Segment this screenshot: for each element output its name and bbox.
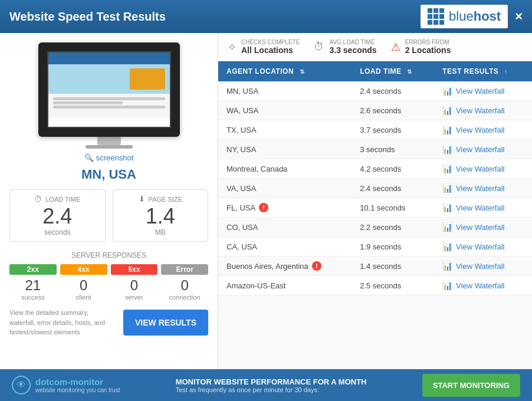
- monitor-subtitle: Test as frequently as once per minute fo…: [176, 386, 367, 393]
- table-row: FL, USA ! 10.1 seconds 📊 View Waterfall: [218, 198, 532, 218]
- location-cell: WA, USA: [218, 101, 352, 120]
- resp-sub: success: [9, 294, 57, 301]
- view-waterfall-link[interactable]: View Waterfall: [456, 87, 504, 96]
- view-waterfall-link[interactable]: View Waterfall: [456, 165, 504, 173]
- footer-brand: 👁 dotcom-monitor website monitoring you …: [12, 376, 120, 395]
- location-name: WA, USA: [226, 106, 258, 115]
- checks-label: CHECKS COMPLETE: [241, 39, 300, 45]
- resp-sub: connection: [161, 294, 208, 301]
- load-time-cell: 3.7 seconds: [352, 120, 434, 140]
- view-results-area: View the detailed summary, waterfall, er…: [9, 308, 208, 337]
- test-results-cell: 📊 View Waterfall: [434, 198, 532, 218]
- view-waterfall-link[interactable]: View Waterfall: [456, 262, 504, 271]
- load-time-value: 2.4: [17, 206, 98, 227]
- error-indicator: !: [312, 261, 321, 271]
- stats-row: ⏱ LOAD TIME 2.4 seconds ⬇ PAGE SIZE 1.4 …: [9, 189, 208, 242]
- resp-badge: 4xx: [60, 264, 107, 275]
- avg-load-icon: ⏱: [314, 41, 324, 53]
- load-time-cell: 2.4 seconds: [352, 81, 434, 101]
- monitor-base: [86, 145, 133, 149]
- errors-label: ERRORS FROM: [405, 39, 451, 45]
- location-cell: MN, USA: [218, 81, 352, 101]
- location-name: CO, USA: [226, 223, 258, 232]
- bar-chart-icon: 📊: [442, 125, 452, 134]
- checks-complete-item: ✧ CHECKS COMPLETE All Locations: [228, 39, 300, 55]
- bar-chart-icon: 📊: [442, 203, 452, 212]
- location-cell: CA, USA: [218, 237, 352, 257]
- checks-icon: ✧: [228, 41, 237, 54]
- test-results-cell: 📊 View Waterfall: [434, 81, 532, 101]
- load-sort-icon[interactable]: ⇅: [407, 68, 412, 75]
- results-table: AGENT LOCATION ⇅ LOAD TIME ⇅ TEST RESULT…: [218, 61, 532, 369]
- view-waterfall-link[interactable]: View Waterfall: [456, 281, 504, 290]
- location-sort-icon[interactable]: ⇅: [300, 68, 305, 75]
- errors-value: 2 Locations: [405, 45, 451, 55]
- table-row: Montreal, Canada 4.2 seconds 📊 View Wate…: [218, 159, 532, 179]
- view-waterfall-link[interactable]: View Waterfall: [456, 184, 504, 193]
- dotcom-icon: 👁: [12, 376, 31, 395]
- selected-location: MN, USA: [9, 167, 208, 182]
- test-results-cell: 📊 View Waterfall: [434, 257, 532, 276]
- table-row: MN, USA 2.4 seconds 📊 View Waterfall: [218, 81, 532, 101]
- results-sort-icon[interactable]: ↑: [504, 68, 508, 75]
- close-button[interactable]: ×: [515, 9, 523, 24]
- location-name: Amazon-US-East: [226, 281, 285, 290]
- footer-monitor-info: MONITOR WEBSITE PERFORMANCE FOR A MONTH …: [176, 377, 367, 393]
- table-row: WA, USA 2.6 seconds 📊 View Waterfall: [218, 101, 532, 120]
- header-right: bluehost ×: [421, 5, 523, 28]
- page-size-unit: MB: [120, 228, 201, 236]
- bluehost-logo-text: bluehost: [449, 9, 501, 24]
- test-results-cell: 📊 View Waterfall: [434, 179, 532, 198]
- view-waterfall-link[interactable]: View Waterfall: [456, 106, 504, 115]
- location-name: Buenos Aires, Argentina: [226, 262, 308, 271]
- location-name: Montreal, Canada: [226, 165, 287, 173]
- view-waterfall-link[interactable]: View Waterfall: [456, 223, 504, 232]
- resp-badge: 2xx: [9, 264, 57, 275]
- errors-text: ERRORS FROM 2 Locations: [405, 39, 451, 55]
- resp-badge: 5xx: [111, 264, 158, 275]
- resp-badge: Error: [161, 264, 208, 275]
- screenshot-link[interactable]: screenshot: [96, 153, 134, 162]
- load-time-cell: 3 seconds: [352, 140, 434, 159]
- location-name: MN, USA: [226, 87, 258, 96]
- table-row: CO, USA 2.2 seconds 📊 View Waterfall: [218, 218, 532, 237]
- bar-chart-icon: 📊: [442, 164, 452, 173]
- load-time-unit: seconds: [17, 228, 98, 236]
- location-cell: VA, USA: [218, 179, 352, 198]
- right-panel: ✧ CHECKS COMPLETE All Locations ⏱ AVG LO…: [218, 33, 532, 369]
- dotcom-brand-name: dotcom-monitor: [35, 377, 120, 387]
- table-body: MN, USA 2.4 seconds 📊 View Waterfall WA,…: [218, 81, 532, 295]
- location-cell: FL, USA !: [218, 198, 352, 218]
- col-test-results[interactable]: TEST RESULTS ↑: [434, 61, 532, 81]
- test-results-cell: 📊 View Waterfall: [434, 218, 532, 237]
- table-row: CA, USA 1.9 seconds 📊 View Waterfall: [218, 237, 532, 257]
- location-cell: Amazon-US-East: [218, 276, 352, 295]
- bar-chart-icon: 📊: [442, 144, 452, 154]
- load-time-cell: 2.6 seconds: [352, 101, 434, 120]
- bar-chart-icon: 📊: [442, 242, 452, 251]
- checks-text: CHECKS COMPLETE All Locations: [241, 39, 300, 55]
- view-waterfall-link[interactable]: View Waterfall: [456, 203, 504, 212]
- app-title: Website Speed Test Results: [9, 10, 166, 24]
- resp-sub: client: [60, 294, 107, 301]
- view-waterfall-link[interactable]: View Waterfall: [456, 126, 504, 134]
- monitor-container: [9, 42, 208, 149]
- col-location[interactable]: AGENT LOCATION ⇅: [218, 61, 352, 81]
- monitor-screen: [47, 51, 171, 128]
- page-size-label: PAGE SIZE: [149, 196, 182, 203]
- bluehost-logo: bluehost: [421, 5, 508, 28]
- resp-count: 21: [9, 277, 57, 294]
- location-cell: Montreal, Canada: [218, 159, 352, 179]
- start-monitoring-button[interactable]: START MONITORING: [422, 374, 520, 397]
- col-load-time[interactable]: LOAD TIME ⇅: [352, 61, 434, 81]
- error-indicator: !: [259, 203, 268, 212]
- response-col: Error 0 connection: [161, 264, 208, 301]
- view-waterfall-link[interactable]: View Waterfall: [456, 145, 504, 154]
- search-icon: 🔍: [84, 153, 94, 162]
- bar-chart-icon: 📊: [442, 86, 452, 96]
- view-waterfall-link[interactable]: View Waterfall: [456, 242, 504, 251]
- table-row: Amazon-US-East 2.5 seconds 📊 View Waterf…: [218, 276, 532, 295]
- view-results-button[interactable]: VIEW RESULTS: [123, 310, 208, 336]
- load-time-cell: 4.2 seconds: [352, 159, 434, 179]
- bar-chart-icon: 📊: [442, 222, 452, 232]
